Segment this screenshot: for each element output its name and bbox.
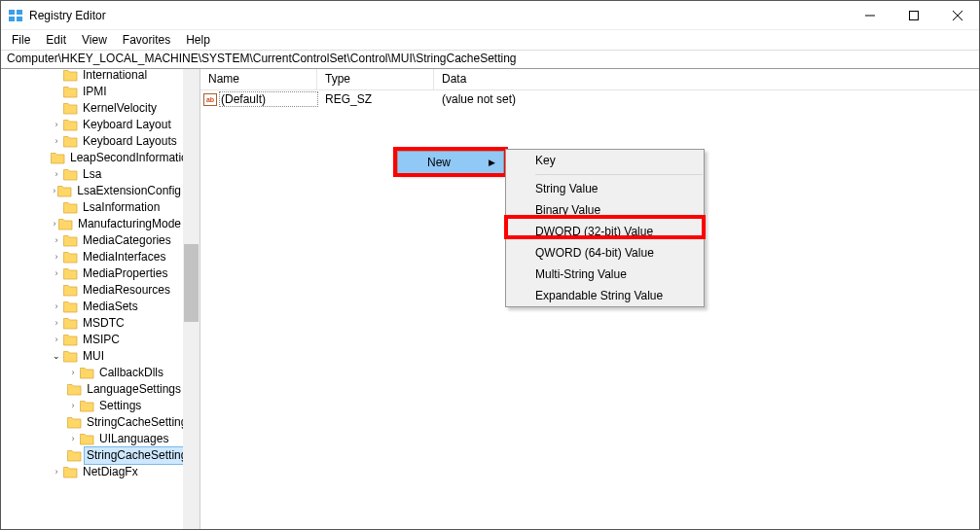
tree-label: MSIPC bbox=[81, 332, 122, 348]
tree-label: NetDiagFx bbox=[81, 464, 140, 480]
tree-label: MediaProperties bbox=[81, 265, 169, 282]
tree-node[interactable]: ›CallbackDlls bbox=[1, 365, 183, 381]
tree-label: MediaCategories bbox=[81, 232, 173, 249]
tree-node[interactable]: ⌄MUI bbox=[1, 348, 183, 365]
regedit-icon bbox=[8, 8, 23, 23]
tree-label: MSDTC bbox=[81, 315, 127, 332]
tree-label: Lsa bbox=[81, 166, 103, 183]
tree-node[interactable]: ›ManufacturingMode bbox=[1, 216, 183, 232]
minimize-button[interactable] bbox=[848, 1, 891, 29]
svg-rect-5 bbox=[909, 11, 918, 19]
folder-icon bbox=[79, 400, 94, 413]
tree-node[interactable]: ›Keyboard Layout bbox=[1, 117, 183, 133]
menu-favorites[interactable]: Favorites bbox=[116, 32, 177, 48]
chevron-down-icon[interactable]: ⌄ bbox=[51, 348, 62, 365]
tree-node[interactable]: StringCacheSetting bbox=[1, 447, 183, 464]
chevron-right-icon[interactable]: › bbox=[51, 299, 62, 315]
tree-label: StringCacheSetting bbox=[85, 447, 189, 464]
folder-icon bbox=[57, 185, 72, 198]
value-name: (Default) bbox=[220, 92, 317, 106]
folder-icon bbox=[67, 383, 82, 397]
col-name[interactable]: Name bbox=[200, 69, 317, 89]
tree-label: UILanguages bbox=[97, 431, 170, 447]
col-data[interactable]: Data bbox=[434, 69, 979, 89]
chevron-right-icon[interactable]: › bbox=[51, 265, 62, 282]
list-header: Name Type Data bbox=[200, 69, 979, 90]
tree-node[interactable]: International bbox=[1, 69, 183, 84]
tree-scrollbar[interactable] bbox=[183, 69, 200, 529]
chevron-right-icon[interactable]: › bbox=[51, 315, 62, 332]
tree-node[interactable]: ›Lsa bbox=[1, 166, 183, 183]
ctx-new-string[interactable]: String Value bbox=[506, 178, 704, 199]
ctx-new-expand[interactable]: Expandable String Value bbox=[506, 285, 704, 306]
tree-node[interactable]: KernelVelocity bbox=[1, 100, 183, 117]
chevron-right-icon[interactable]: › bbox=[51, 183, 57, 199]
maximize-button[interactable] bbox=[891, 1, 935, 29]
tree-node[interactable]: MediaResources bbox=[1, 282, 183, 299]
ctx-new[interactable]: New ▶ bbox=[398, 152, 503, 173]
chevron-right-icon[interactable]: › bbox=[51, 249, 62, 265]
folder-icon bbox=[62, 267, 78, 281]
tree-node[interactable]: LeapSecondInformation bbox=[1, 150, 183, 166]
tree-label: IPMI bbox=[81, 84, 109, 100]
chevron-right-icon[interactable]: › bbox=[67, 365, 79, 381]
tree-node[interactable]: ›Keyboard Layouts bbox=[1, 133, 183, 150]
tree-node[interactable]: ›MSDTC bbox=[1, 315, 183, 332]
menu-help[interactable]: Help bbox=[179, 32, 217, 48]
menu-view[interactable]: View bbox=[75, 32, 114, 48]
col-type[interactable]: Type bbox=[317, 69, 434, 89]
tree-node[interactable]: ›UILanguages bbox=[1, 431, 183, 447]
tree-label: Keyboard Layout bbox=[81, 117, 173, 133]
folder-icon bbox=[62, 350, 78, 364]
chevron-right-icon[interactable]: › bbox=[51, 464, 62, 480]
tree-node[interactable]: ›NetDiagFx bbox=[1, 464, 183, 480]
folder-icon bbox=[67, 416, 82, 430]
tree-node[interactable]: ›MSIPC bbox=[1, 332, 183, 348]
ctx-new-multi[interactable]: Multi-String Value bbox=[506, 264, 704, 285]
tree-node[interactable]: ›MediaCategories bbox=[1, 232, 183, 249]
value-type: REG_SZ bbox=[317, 92, 434, 106]
tree-node[interactable]: ›LsaExtensionConfig bbox=[1, 183, 183, 199]
titlebar: Registry Editor bbox=[1, 1, 979, 30]
menu-file[interactable]: File bbox=[5, 32, 37, 48]
svg-rect-0 bbox=[9, 10, 15, 15]
folder-icon bbox=[62, 251, 78, 265]
chevron-right-icon[interactable]: › bbox=[51, 166, 62, 183]
ctx-separator bbox=[535, 174, 703, 175]
ctx-new-binary[interactable]: Binary Value bbox=[506, 199, 704, 221]
tree-label: LsaInformation bbox=[81, 199, 162, 216]
ctx-new-dword[interactable]: DWORD (32-bit) Value bbox=[506, 221, 704, 242]
folder-icon bbox=[62, 135, 78, 149]
tree-node[interactable]: ›Settings bbox=[1, 398, 183, 414]
folder-icon bbox=[67, 449, 82, 463]
close-button[interactable] bbox=[935, 1, 979, 29]
tree-node[interactable]: IPMI bbox=[1, 84, 183, 100]
tree-label: MediaSets bbox=[81, 299, 140, 315]
tree-label: MediaResources bbox=[81, 282, 172, 299]
tree-node[interactable]: StringCacheSettings bbox=[1, 414, 183, 431]
chevron-right-icon[interactable]: › bbox=[67, 398, 79, 414]
tree-node[interactable]: ›MediaSets bbox=[1, 299, 183, 315]
tree-node[interactable]: LsaInformation bbox=[1, 199, 183, 216]
chevron-right-icon[interactable]: › bbox=[51, 216, 58, 232]
chevron-right-icon[interactable]: › bbox=[67, 431, 79, 447]
folder-icon bbox=[62, 102, 78, 116]
tree-node[interactable]: LanguageSettings bbox=[1, 381, 183, 398]
tree-node[interactable]: ›MediaProperties bbox=[1, 265, 183, 282]
folder-icon bbox=[79, 367, 94, 380]
tree-label: StringCacheSettings bbox=[85, 414, 195, 431]
ctx-new-qword[interactable]: QWORD (64-bit) Value bbox=[506, 242, 704, 264]
tree-label: KernelVelocity bbox=[81, 100, 159, 117]
tree-label: LeapSecondInformation bbox=[68, 150, 196, 166]
address-bar[interactable]: Computer\HKEY_LOCAL_MACHINE\SYSTEM\Curre… bbox=[1, 50, 979, 69]
list-row[interactable]: ab (Default) REG_SZ (value not set) bbox=[200, 90, 979, 108]
ctx-new-key[interactable]: Key bbox=[506, 150, 704, 171]
chevron-right-icon[interactable]: › bbox=[51, 133, 62, 150]
svg-rect-2 bbox=[9, 17, 15, 21]
chevron-right-icon[interactable]: › bbox=[51, 332, 62, 348]
chevron-right-icon[interactable]: › bbox=[51, 232, 62, 249]
chevron-right-icon[interactable]: › bbox=[51, 117, 62, 133]
folder-icon bbox=[62, 284, 78, 298]
tree-node[interactable]: ›MediaInterfaces bbox=[1, 249, 183, 265]
menu-edit[interactable]: Edit bbox=[39, 32, 73, 48]
